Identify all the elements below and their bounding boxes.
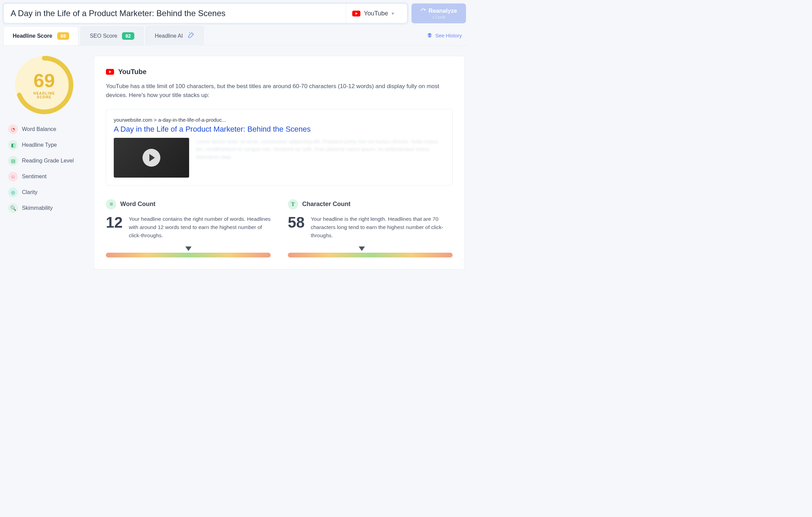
book-icon: ▤ [8, 156, 18, 166]
reanalyze-credit: 1 Credit [432, 15, 445, 19]
word-count-title: Word Count [120, 201, 156, 208]
reanalyze-label: Reanalyze [429, 8, 457, 14]
counts-row: ≡ Word Count 12 Your headline contains t… [106, 199, 453, 257]
serp-preview: yourwebsite.com > a-day-in-the-life-of-a… [106, 109, 453, 185]
metric-skimmability[interactable]: 🔍 Skimmability [8, 203, 84, 213]
char-count-title: Character Count [302, 201, 350, 208]
tab-headline-ai[interactable]: Headline AI [146, 26, 204, 46]
metric-word-balance[interactable]: ◔ Word Balance [8, 124, 84, 134]
tabs-row: Headline Score 69 SEO Score 82 Headline … [1, 25, 468, 46]
face-icon: ☺ [8, 172, 18, 181]
reanalyze-button[interactable]: Reanalyze 1 Credit [411, 3, 466, 23]
metric-label: Headline Type [22, 142, 57, 148]
metric-clarity[interactable]: ◎ Clarity [8, 188, 84, 197]
target-icon: ◎ [8, 188, 18, 197]
word-count-description: Your headline contains the right number … [129, 215, 271, 240]
layers-icon [427, 33, 432, 38]
word-count-marker [185, 247, 192, 251]
panel-description: YouTube has a title limit of 100 charact… [106, 82, 453, 100]
panel-title: YouTube [118, 68, 147, 76]
preview-description-placeholder: Lorem ipsum dolor sit amet, consectetur … [196, 138, 445, 161]
metric-reading-grade[interactable]: ▤ Reading Grade Level [8, 156, 84, 166]
score-number: 69 [34, 71, 55, 90]
youtube-icon [106, 69, 114, 75]
word-count-section: ≡ Word Count 12 Your headline contains t… [106, 199, 271, 257]
pie-icon: ◔ [8, 124, 18, 134]
char-count-marker [359, 247, 365, 251]
metric-label: Clarity [22, 189, 37, 195]
headline-score-gauge: 69 HEADLINESCORE [15, 56, 73, 114]
metric-label: Reading Grade Level [22, 158, 74, 164]
tab-badge: 82 [122, 32, 134, 40]
youtube-icon [352, 11, 360, 16]
char-count-description: Your headline is the right length. Headl… [311, 215, 453, 240]
shapes-icon: ◧ [8, 140, 18, 150]
chevron-down-icon: ▾ [392, 11, 394, 16]
top-bar: YouTube ▾ Reanalyze 1 Credit [1, 1, 468, 25]
tab-label: Headline Score [13, 33, 52, 39]
word-count-value: 12 [106, 215, 123, 240]
char-count-bar [288, 247, 453, 257]
headline-input-wrap: YouTube ▾ [3, 3, 407, 23]
main-layout: 69 HEADLINESCORE ◔ Word Balance ◧ Headli… [1, 46, 468, 280]
panel-header: YouTube [106, 68, 453, 76]
tab-badge: 69 [57, 32, 70, 40]
refresh-icon [420, 8, 426, 14]
content-panel: YouTube YouTube has a title limit of 100… [94, 56, 465, 269]
letter-t-icon: T [288, 199, 298, 209]
metric-headline-type[interactable]: ◧ Headline Type [8, 140, 84, 150]
preview-url: yourwebsite.com > a-day-in-the-life-of-a… [114, 117, 445, 123]
score-caption: HEADLINESCORE [33, 92, 55, 99]
magnifier-icon: 🔍 [8, 203, 18, 213]
preview-title: A Day in the Life of a Product Marketer:… [114, 125, 445, 134]
lines-icon: ≡ [106, 199, 116, 209]
metric-sentiment[interactable]: ☺ Sentiment [8, 172, 84, 181]
headline-input[interactable] [11, 9, 346, 18]
play-icon [143, 149, 160, 167]
metric-list: ◔ Word Balance ◧ Headline Type ▤ Reading… [5, 124, 84, 213]
char-count-section: T Character Count 58 Your headline is th… [288, 199, 453, 257]
platform-name: YouTube [364, 10, 388, 17]
tab-label: SEO Score [90, 33, 117, 39]
preview-thumbnail [114, 138, 189, 178]
tab-headline-score[interactable]: Headline Score 69 [3, 26, 78, 45]
see-history-link[interactable]: See History [427, 33, 466, 38]
char-count-value: 58 [288, 215, 305, 240]
metric-label: Skimmability [22, 205, 53, 211]
metric-label: Word Balance [22, 126, 56, 132]
sidebar: 69 HEADLINESCORE ◔ Word Balance ◧ Headli… [5, 56, 84, 269]
metric-label: Sentiment [22, 173, 47, 180]
word-count-bar [106, 247, 271, 257]
platform-dropdown[interactable]: YouTube ▾ [346, 4, 400, 23]
tab-seo-score[interactable]: SEO Score 82 [81, 26, 144, 45]
sparkle-pencil-icon [188, 32, 195, 40]
tab-label: Headline AI [155, 33, 183, 39]
see-history-label: See History [435, 33, 462, 38]
